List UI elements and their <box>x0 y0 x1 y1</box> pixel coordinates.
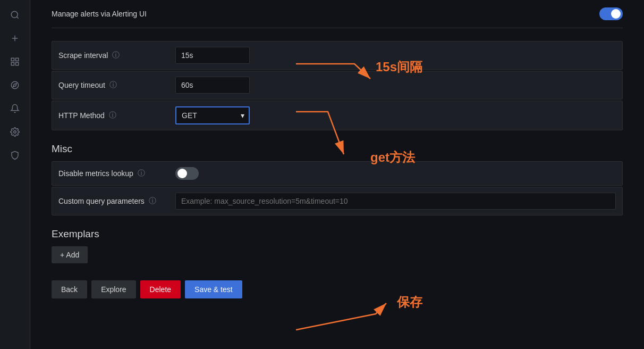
main-scroll: Manage alerts via Alerting UI Scrape int… <box>30 0 644 349</box>
svg-rect-6 <box>11 63 14 65</box>
scrape-interval-label: Scrape interval ⓘ <box>58 51 175 60</box>
sidebar-search-icon[interactable] <box>4 4 26 26</box>
custom-query-input[interactable] <box>175 193 616 210</box>
misc-section-title: Misc <box>52 143 623 155</box>
custom-query-label: Custom query parameters ⓘ <box>58 196 175 206</box>
add-exemplar-label: + Add <box>60 251 79 259</box>
sidebar <box>0 0 30 349</box>
sidebar-explore-icon[interactable] <box>4 74 26 96</box>
disable-metrics-info-icon[interactable]: ⓘ <box>138 169 145 178</box>
disable-metrics-label: Disable metrics lookup ⓘ <box>58 169 175 178</box>
delete-button[interactable]: Delete <box>140 280 181 298</box>
svg-marker-9 <box>13 84 16 87</box>
exemplars-section: Exemplars + Add <box>52 228 623 263</box>
sidebar-alert-icon[interactable] <box>4 98 26 119</box>
manage-alerts-toggle[interactable] <box>599 7 623 20</box>
svg-rect-4 <box>11 58 14 61</box>
query-timeout-info-icon[interactable]: ⓘ <box>109 80 117 90</box>
http-method-info-icon[interactable]: ⓘ <box>109 111 116 120</box>
disable-metrics-toggle[interactable] <box>175 167 199 180</box>
svg-line-1 <box>16 16 18 18</box>
sidebar-add-icon[interactable] <box>4 28 26 49</box>
back-button[interactable]: Back <box>52 280 87 298</box>
sidebar-dashboard-icon[interactable] <box>4 51 26 72</box>
svg-point-10 <box>14 131 16 134</box>
disable-metrics-row: Disable metrics lookup ⓘ <box>52 161 623 186</box>
add-exemplar-button[interactable]: + Add <box>52 246 88 263</box>
svg-rect-5 <box>16 58 19 61</box>
custom-query-info-icon[interactable]: ⓘ <box>149 196 156 206</box>
query-timeout-row: Query timeout ⓘ <box>52 71 623 99</box>
http-method-select[interactable]: GET POST <box>175 106 250 124</box>
http-method-label: HTTP Method ⓘ <box>58 111 175 120</box>
scrape-interval-row: Scrape interval ⓘ <box>52 41 623 70</box>
query-timeout-input[interactable] <box>175 77 250 94</box>
exemplars-title: Exemplars <box>52 228 623 240</box>
query-timeout-label: Query timeout ⓘ <box>58 80 175 90</box>
custom-query-row: Custom query parameters ⓘ <box>52 187 623 215</box>
scrape-interval-input[interactable] <box>175 47 250 64</box>
sidebar-settings-icon[interactable] <box>4 121 26 143</box>
save-test-button[interactable]: Save & test <box>185 280 242 298</box>
explore-button[interactable]: Explore <box>91 280 135 298</box>
svg-point-0 <box>11 11 18 18</box>
manage-alerts-row: Manage alerts via Alerting UI <box>52 0 623 28</box>
svg-rect-7 <box>16 63 19 65</box>
scrape-interval-info-icon[interactable]: ⓘ <box>112 51 120 60</box>
http-method-select-wrapper: GET POST <box>175 106 250 124</box>
svg-point-8 <box>11 81 19 89</box>
content-wrapper: Manage alerts via Alerting UI Scrape int… <box>30 0 644 349</box>
sidebar-shield-icon[interactable] <box>4 145 26 166</box>
manage-alerts-label: Manage alerts via Alerting UI <box>52 10 599 18</box>
bottom-actions: Back Explore Delete Save & test <box>52 276 623 298</box>
http-method-row: HTTP Method ⓘ GET POST <box>52 101 623 130</box>
